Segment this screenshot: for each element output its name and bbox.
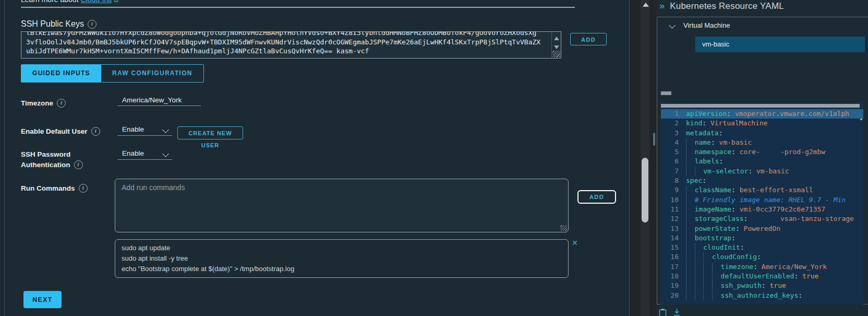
line-number: 2: [661, 119, 686, 128]
line-number: 12: [661, 214, 686, 224]
line-number: 1: [661, 109, 686, 119]
ssh-key-line: lBlkE1was7yGFMZWWGkIio7HYXpcdZ8oWodgooph…: [26, 31, 548, 38]
code-lines: 1apiVersion: vmoperator.vmware.com/v1alp…: [661, 109, 863, 300]
timezone-label: Timezonei: [21, 99, 66, 108]
indent-guide: [703, 252, 712, 262]
run-commands-add-button[interactable]: ADD: [577, 190, 616, 204]
resize-grip-icon[interactable]: [552, 51, 560, 57]
tab-raw-configuration[interactable]: RAW CONFIGURATION: [101, 65, 203, 82]
indent-guide: [695, 262, 704, 272]
line-number: 15: [661, 243, 686, 252]
line-number: 3: [661, 128, 686, 138]
command-line: echo "Bootstrap complete at $(date)" > /…: [122, 264, 562, 274]
indent-guide: [695, 291, 704, 300]
code-line: 4name: vm-basic: [661, 138, 863, 147]
indent-guide: [695, 167, 704, 176]
line-number: 4: [661, 138, 686, 147]
code-line: 20ssh_authorized_keys:: [661, 291, 863, 300]
enable-default-user-label: Enable Default Useri: [21, 127, 100, 136]
indent-guide: [703, 262, 712, 272]
line-number: 10: [661, 195, 686, 205]
learn-more-text: Learn more about Cloud-Init⧉: [21, 0, 118, 4]
ssh-add-button[interactable]: ADD: [570, 33, 607, 45]
create-new-user-button[interactable]: CREATE NEW USER: [177, 126, 243, 139]
ssh-password-auth-label: SSH Password Authenticationi: [21, 150, 83, 169]
indent-guide: [686, 167, 695, 176]
code-line: 18defaultUserEnabled: true: [661, 272, 863, 281]
indent-guide: [686, 195, 695, 205]
line-number: 7: [661, 167, 686, 176]
next-button[interactable]: NEXT: [23, 291, 62, 308]
info-icon[interactable]: i: [74, 160, 83, 169]
code-line: 3metadata:: [661, 128, 863, 138]
external-link-icon: ⧉: [114, 0, 118, 4]
code-line: 17timezone: America/New_York: [661, 262, 863, 272]
collapse-panel-icon[interactable]: »: [659, 1, 665, 11]
code-line: 13powerState: PoweredOn: [661, 224, 863, 233]
code-line: 8spec:: [661, 176, 863, 185]
indent-guide: [712, 262, 721, 272]
scroll-down-icon[interactable]: [554, 45, 559, 49]
tree-hscrollbar-thumb[interactable]: [661, 91, 671, 95]
tree-group-virtual-machine[interactable]: Virtual Machine: [683, 21, 730, 29]
info-icon[interactable]: i: [57, 99, 66, 108]
info-icon[interactable]: i: [79, 184, 88, 193]
main-scrollbar-thumb[interactable]: [642, 158, 648, 223]
indent-guide: [686, 252, 695, 262]
vm-cloud-init-wizard: Learn more about Cloud-Init⧉ SSH Public …: [0, 0, 868, 316]
yaml-code-editor[interactable]: 1apiVersion: vmoperator.vmware.com/v1alp…: [661, 102, 863, 305]
left-panel-border: [4, 0, 5, 316]
cloud-init-link[interactable]: Cloud-Init: [80, 0, 112, 4]
indent-guide: [712, 281, 721, 290]
panel-scrollbar-thumb[interactable]: [653, 133, 655, 146]
code-line: 12storageClass: vsan-tanzu-storage: [661, 214, 863, 224]
code-line: 14bootstrap:: [661, 233, 863, 243]
code-hscrollbar-thumb[interactable]: [661, 104, 860, 108]
scrollbar-gutter: [630, 0, 657, 316]
code-actions: [659, 308, 681, 316]
ssh-keys-textarea[interactable]: lBlkE1was7yGFMZWWGkIio7HYXpcdZ8oWodgooph…: [21, 31, 561, 58]
resize-grip-icon[interactable]: [560, 225, 567, 231]
tree-item-vm-basic[interactable]: vm-basic: [695, 37, 865, 52]
timezone-input[interactable]: America/New_York: [117, 96, 201, 106]
indent-guide: [686, 233, 695, 243]
code-line: 19ssh_pwauth: true: [661, 281, 863, 290]
indent-guide: [703, 281, 712, 290]
scroll-up-icon[interactable]: [554, 37, 559, 40]
line-number: 6: [661, 157, 686, 166]
chevron-down-icon: [162, 126, 169, 133]
default-user-select[interactable]: Enable: [117, 125, 172, 136]
code-line: 15cloudInit:: [661, 243, 863, 252]
indent-guide: [686, 281, 695, 290]
tab-guided-inputs[interactable]: GUIDED INPUTS: [21, 65, 101, 82]
run-commands-entry[interactable]: sudo apt updatesudo apt install -y treee…: [115, 239, 569, 278]
line-number: 18: [661, 272, 686, 281]
line-number: 9: [661, 185, 686, 195]
line-number: 20: [661, 291, 686, 300]
download-icon[interactable]: [673, 308, 681, 316]
close-icon[interactable]: ✕: [572, 239, 578, 247]
indent-guide: [695, 243, 704, 252]
indent-guide: [695, 252, 704, 262]
indent-guide: [686, 147, 695, 157]
indent-guide: [695, 272, 704, 281]
info-icon[interactable]: i: [88, 20, 97, 29]
code-line: 5namespace: core- -prod-g2mbw: [661, 147, 863, 157]
copy-icon[interactable]: [659, 308, 667, 316]
indent-guide: [686, 272, 695, 281]
code-line: 10# Friendly image name: RHEL 9.7 - Min: [661, 195, 863, 205]
yaml-panel-title: Kubernetes Resource YAML: [670, 1, 784, 11]
line-number: 17: [661, 262, 686, 272]
ssh-key-line: ubiJdTPE6WMur7kHSM+vorntXmISCMffFew/h+DA…: [26, 46, 548, 56]
ssh-public-keys-label: SSH Public Keysi: [21, 19, 97, 29]
scroll-up-icon[interactable]: [643, 3, 649, 7]
line-number: 14: [661, 233, 686, 243]
indent-guide: [703, 272, 712, 281]
code-line: 1apiVersion: vmoperator.vmware.com/v1alp…: [661, 109, 863, 119]
code-line: 6labels:: [661, 157, 863, 166]
info-icon[interactable]: i: [91, 127, 100, 136]
run-commands-textarea[interactable]: Add run commands: [115, 179, 569, 232]
yaml-panel-header: »Kubernetes Resource YAML: [659, 1, 784, 11]
ssh-password-select[interactable]: Enable: [117, 149, 172, 160]
indent-guide: [686, 291, 695, 300]
